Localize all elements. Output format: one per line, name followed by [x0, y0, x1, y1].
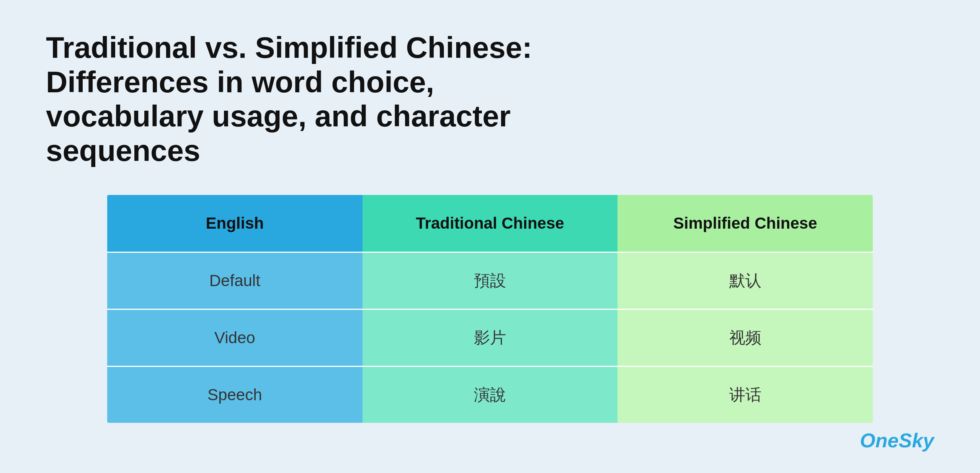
cell-simplified: 默认 [617, 252, 873, 309]
header-simplified: Simplified Chinese [617, 195, 873, 252]
page-title: Traditional vs. Simplified Chinese: Diff… [46, 31, 582, 168]
cell-traditional: 預設 [363, 252, 618, 309]
header-traditional: Traditional Chinese [363, 195, 618, 252]
cell-simplified: 视频 [617, 309, 873, 366]
cell-traditional: 影片 [363, 309, 618, 366]
comparison-table: English Traditional Chinese Simplified C… [107, 195, 873, 423]
cell-traditional: 演說 [363, 366, 618, 423]
brand-logo: OneSky [860, 429, 934, 452]
table-row: Video影片视频 [107, 309, 873, 366]
cell-english: Default [107, 252, 363, 309]
cell-english: Video [107, 309, 363, 366]
table-row: Speech演說讲话 [107, 366, 873, 423]
table-row: Default預設默认 [107, 252, 873, 309]
cell-simplified: 讲话 [617, 366, 873, 423]
table-container: English Traditional Chinese Simplified C… [46, 195, 934, 423]
table-header-row: English Traditional Chinese Simplified C… [107, 195, 873, 252]
header-english: English [107, 195, 363, 252]
cell-english: Speech [107, 366, 363, 423]
